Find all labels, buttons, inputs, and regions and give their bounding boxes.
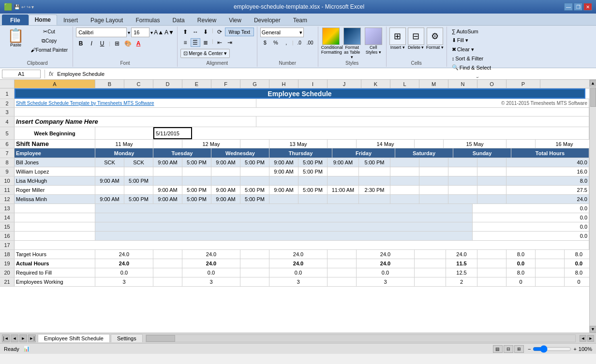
hscroll-left-btn[interactable]: ◄ [580,335,586,342]
cell-e21[interactable] [240,277,269,286]
cell-f6[interactable]: 13 May [269,140,328,148]
cell-p10[interactable]: 8.0 [507,176,589,185]
italic-button[interactable]: I [87,39,96,48]
cell-p7[interactable]: Total Hours [511,148,589,158]
col-header-b[interactable]: B [95,80,124,88]
align-center-btn[interactable]: ☰ [191,38,200,47]
number-format-chevron[interactable]: ▾ [299,29,302,36]
col-header-d[interactable]: D [153,80,182,88]
tab-team[interactable]: Team [287,15,313,25]
zoom-slider[interactable] [533,347,571,351]
tab-file[interactable]: File [2,15,29,25]
hscroll-right-btn[interactable]: ► [587,335,594,342]
cell-a12[interactable]: Melissa Minh [15,195,95,204]
cell-o8[interactable] [477,158,507,167]
bold-button[interactable]: B [76,39,86,48]
cell-b19[interactable]: 24.0 [95,259,153,268]
cell-a18[interactable]: Target Hours [15,250,95,259]
cell-a14[interactable] [15,213,95,222]
cell-f8[interactable]: 9:00 AM [211,158,240,167]
cell-k12[interactable] [359,195,390,204]
cell-n7[interactable]: Sunday [453,148,511,158]
cell-a9[interactable]: William Lopez [15,167,95,176]
cell-o11[interactable] [477,186,507,194]
copy-button[interactable]: ⧉ Copy [29,37,70,45]
cell-j12[interactable] [328,195,359,204]
cell-n19[interactable]: 0.0 [565,259,589,268]
col-header-p[interactable]: P [507,80,540,88]
cell-k11[interactable]: 2:30 PM [359,186,390,194]
cell-m12[interactable] [419,195,448,204]
border-button[interactable]: ⊞ [112,39,122,48]
cell-a13[interactable] [15,204,95,213]
col-header-k[interactable]: K [361,80,390,88]
cell-e10[interactable] [182,176,211,185]
cell-h21[interactable]: 3 [357,277,415,286]
cell-e6[interactable] [240,140,269,148]
cell-i6[interactable] [415,140,444,148]
horizontal-scrollbar[interactable] [146,335,576,342]
cell-f10[interactable] [211,176,240,185]
cell-d12[interactable]: 9:00 AM [153,195,182,204]
align-left-btn[interactable]: ≡ [180,38,190,47]
cell-e19[interactable] [240,259,269,268]
font-color-button[interactable]: A [134,39,143,48]
cell-p12[interactable]: 24.0 [507,195,589,204]
cell-p11[interactable]: 27.5 [507,186,589,194]
cell-a7[interactable]: Employee [15,148,95,158]
cell-week-value[interactable]: 5/11/2015 [153,127,192,139]
paste-button[interactable]: 📋 Paste [5,28,27,49]
increase-indent-btn[interactable]: ⇥ [225,38,235,47]
cell-b12[interactable]: 9:00 AM [95,195,124,204]
cell-l21[interactable]: 0 [507,277,536,286]
cell-d21[interactable]: 3 [182,277,240,286]
cell-f7[interactable]: Wednesday [211,148,269,158]
cell-l6[interactable]: 16 May [536,140,589,148]
clear-btn[interactable]: ✖ Clear ▾ [450,45,476,54]
cell-m21[interactable] [536,277,565,286]
cell-j20[interactable]: 12.5 [446,268,477,277]
cell-g8[interactable]: 5:00 PM [240,158,269,167]
cell-n8[interactable] [448,158,477,167]
cell-d11[interactable]: 9:00 AM [153,186,182,194]
cell-k10[interactable] [359,176,390,185]
cell-p16[interactable]: 0.0 [473,232,589,240]
autosum-btn[interactable]: ∑ AutoSum [450,28,480,35]
cell-i10[interactable] [298,176,328,185]
align-middle-btn[interactable]: ↔ [191,28,200,36]
cell-h11[interactable]: 9:00 AM [269,186,298,194]
cell-m11[interactable] [419,186,448,194]
cell-h20[interactable]: 0.0 [357,268,415,277]
cell-c10[interactable]: 5:00 PM [124,176,153,185]
increase-font-btn[interactable]: A▲ [154,29,164,36]
h-scroll-thumb[interactable] [146,335,175,342]
fill-btn[interactable]: ⬇ Fill ▾ [450,36,470,44]
cell-middle-16[interactable] [95,232,473,240]
cell-g20[interactable] [328,268,357,277]
cell-b8[interactable]: SCK [95,158,124,167]
tab-nav-last[interactable]: ►| [28,335,36,342]
cell-h18[interactable]: 24.0 [357,250,415,259]
restore-btn[interactable]: ❐ [574,3,582,11]
cell-l7[interactable]: Saturday [395,148,453,158]
currency-btn[interactable]: $ [260,38,270,47]
cell-g19[interactable] [328,259,357,268]
col-header-n[interactable]: N [448,80,477,88]
cell-h6[interactable]: 14 May [357,140,415,148]
decrease-indent-btn[interactable]: ⇤ [215,38,224,47]
wrap-text-btn[interactable]: Wrap Text [225,28,254,36]
tab-developer[interactable]: Developer [248,15,287,25]
scroll-thumb[interactable] [590,87,596,107]
tab-home[interactable]: Home [29,15,57,25]
sort-filter-btn[interactable]: ↕ Sort & Filter [450,55,486,62]
cell-j18[interactable]: 24.0 [446,250,477,259]
cell-b7[interactable]: Monday [95,148,153,158]
tab-formulas[interactable]: Formulas [129,15,166,25]
tab-nav-prev[interactable]: ◄ [11,335,18,342]
col-header-i[interactable]: I [298,80,328,88]
cell-a19[interactable]: Actual Hours [15,259,95,268]
cell-h12[interactable] [269,195,298,204]
font-name-chevron[interactable]: ▾ [128,30,130,35]
cell-c21[interactable] [153,277,182,286]
tab-view[interactable]: View [223,15,248,25]
